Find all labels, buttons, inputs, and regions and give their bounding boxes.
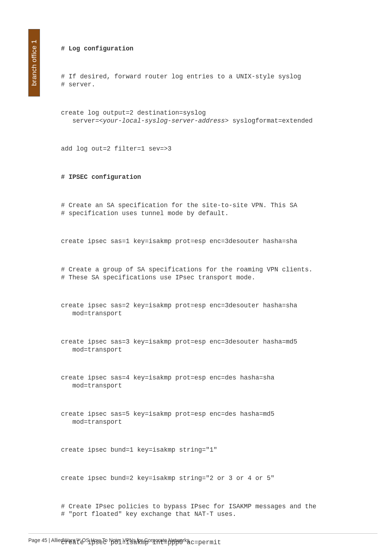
cmd: create ipsec sas=1 key=isakmp prot=esp e… <box>61 238 369 246</box>
cmd: create ipsec bund=1 key=isakmp string="1… <box>61 446 369 454</box>
cmd: create log output=2 destination=syslog s… <box>61 109 369 125</box>
comment: # Create IPsec policies to bypass IPsec … <box>61 503 369 519</box>
page: branch office 1 # Log configuration # If… <box>0 0 392 554</box>
cmd: add log out=2 filter=1 sev=>3 <box>61 145 369 153</box>
heading-log-config: # Log configuration <box>61 45 369 53</box>
config-content: # Log configuration # If desired, forwar… <box>61 29 369 554</box>
comment: # If desired, forward router log entries… <box>61 73 369 89</box>
code-block: # Log configuration # If desired, forwar… <box>61 29 369 554</box>
cmd: create ipsec sas=4 key=isakmp prot=esp e… <box>61 374 369 390</box>
footer-rule <box>28 533 377 534</box>
side-tab-label: branch office 1 <box>30 40 38 86</box>
cmd: create ipsec sas=5 key=isakmp prot=esp e… <box>61 410 369 426</box>
cmd: create ipsec sas=2 key=isakmp prot=esp e… <box>61 302 369 318</box>
comment: # Create a group of SA specifications fo… <box>61 266 369 282</box>
cmd: create ipsec sas=3 key=isakmp prot=esp e… <box>61 338 369 354</box>
heading-ipsec-config: # IPSEC configuration <box>61 173 369 181</box>
comment: # Create an SA specification for the sit… <box>61 202 369 218</box>
cmd: create ipsec bund=2 key=isakmp string="2… <box>61 475 369 483</box>
section-side-tab: branch office 1 <box>28 29 40 97</box>
page-footer: Page 45 | AlliedWare™ OS How To Note: VP… <box>28 537 189 543</box>
